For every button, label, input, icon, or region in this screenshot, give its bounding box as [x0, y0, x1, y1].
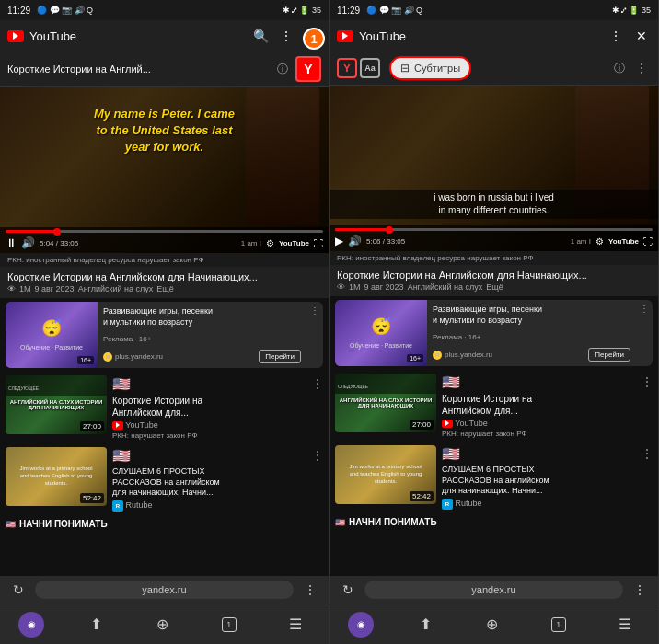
- tags-1: Английский на слух: [78, 284, 154, 293]
- list-thumb-2-1[interactable]: СЛЕДУЮЩЕЕ АНГЛИЙСКИЙ НА СЛУХ ИСТОРИИ ДЛЯ…: [335, 374, 436, 432]
- ad-more-icon-1[interactable]: ⋮: [306, 302, 323, 319]
- settings-icon-2[interactable]: ⚙: [595, 236, 604, 247]
- y-small-btn-2[interactable]: Y: [337, 58, 357, 78]
- status-icons-right-1: ✱ ⑇ 🔋 35: [283, 6, 321, 15]
- more-icon-2[interactable]: ⋮: [607, 27, 625, 45]
- list-thumb-2-2[interactable]: Jim works at a primary schooland teaches…: [335, 445, 436, 504]
- app-title-2: YouTube: [359, 29, 601, 43]
- a-small-btn-2[interactable]: Аа: [360, 58, 380, 78]
- new-tab-btn-2[interactable]: ⊕: [477, 610, 506, 639]
- nachni-label-1: НАЧНИ ПОНИМАТЬ: [19, 519, 108, 529]
- title-row-1: Короткие Истории на Англий... ⓘ Y: [0, 52, 329, 87]
- list-meta-1-2: 🇺🇸 СЛУШАЕМ 6 ПРОСТЫХ РАССКАЗОВ на англий…: [112, 447, 306, 512]
- more-icon-1[interactable]: ⋮: [277, 27, 295, 45]
- ad-content-1: Развивающие игры, песенки и мультики по …: [98, 302, 306, 368]
- channel-info-1: Короткие Истории на Английском для Начин…: [0, 267, 329, 298]
- views-icon-1: 👁: [7, 284, 16, 293]
- nachni-row-1: 🇺🇸 НАЧНИ ПОНИМАТЬ: [6, 519, 323, 529]
- ad-go-btn-2[interactable]: Перейти: [588, 348, 630, 362]
- am-i-label-2: 1 am I: [571, 237, 591, 246]
- refresh-icon-1[interactable]: ↻: [9, 581, 28, 599]
- channel-meta-1: 👁 1M 9 авг 2023 Английский на слух Ещё: [7, 284, 321, 293]
- yt-watermark-2: YouTube: [608, 237, 639, 246]
- new-tab-btn-1[interactable]: ⊕: [147, 610, 177, 639]
- status-battery-1: 35: [312, 6, 321, 15]
- views-count-2: 1M: [349, 282, 361, 292]
- more-video-icon-2[interactable]: ⋮: [632, 59, 651, 77]
- url-bar-2[interactable]: yandex.ru: [364, 581, 623, 599]
- ad-more-icon-2[interactable]: ⋮: [636, 300, 653, 317]
- list-item-1-1: СЛЕДУЮЩЕЕ АНГЛИЙСКИЙ НА СЛУХ ИСТОРИИ ДЛЯ…: [6, 375, 323, 440]
- list-thumb-1-1[interactable]: СЛЕДУЮЩЕЕ АНГЛИЙСКИЙ НА СЛУХ ИСТОРИИ ДЛЯ…: [6, 375, 107, 434]
- refresh-icon-2[interactable]: ↻: [339, 581, 357, 599]
- tabs-btn-2[interactable]: 1: [544, 610, 573, 639]
- list-more-icon-2-1[interactable]: ⋮: [642, 374, 653, 388]
- app-bar-2: YouTube ⋮ ✕: [330, 20, 658, 52]
- fullscreen-icon-2[interactable]: ⛶: [643, 236, 653, 247]
- menu-icon-1[interactable]: ⋮: [301, 581, 319, 599]
- video-subtitle-bottom-2: i was born in russia but i lived in many…: [330, 190, 658, 219]
- share-btn-2[interactable]: ⬆: [410, 610, 440, 639]
- p2-lang-buttons: Y Аа: [337, 58, 380, 78]
- info-icon-2[interactable]: ⓘ: [612, 61, 627, 76]
- app-title-1: YouTube: [29, 29, 246, 43]
- progress-bar-2[interactable]: [335, 228, 653, 231]
- list-thumb-1-2[interactable]: Jim works at a primary schooland teaches…: [6, 447, 107, 506]
- menu-icon-2[interactable]: ⋮: [630, 581, 649, 599]
- views-icon-2: 👁: [337, 282, 345, 292]
- ad-go-btn-1[interactable]: Перейти: [259, 350, 301, 363]
- close-icon-2[interactable]: ✕: [632, 27, 651, 45]
- video-area-2[interactable]: i was born in russia but i lived in many…: [330, 86, 658, 251]
- alice-btn-1[interactable]: ◉: [18, 612, 44, 638]
- channel-title-2: Короткие Истории на Английском для Начин…: [337, 270, 651, 281]
- status-battery-2: 35: [642, 6, 651, 15]
- yandex-logo-2: Я: [433, 351, 442, 360]
- settings-icon-1[interactable]: ⚙: [266, 238, 274, 248]
- hamburger-btn-1[interactable]: ☰: [281, 610, 310, 639]
- play-pause-icon-1[interactable]: ⏸: [6, 236, 17, 249]
- channel-title-1: Короткие Истории на Английском для Начин…: [7, 271, 321, 282]
- volume-icon-2[interactable]: 🔊: [348, 235, 362, 247]
- nachni-row-2: 🇺🇸 НАЧНИ ПОНИМАТЬ: [335, 517, 653, 527]
- nachni-label-2: НАЧНИ ПОНИМАТЬ: [349, 517, 437, 527]
- pkn-notice-1: РКН: иностранный владелец ресурса наруша…: [0, 253, 329, 267]
- video-area-1[interactable]: My name is Peter. I came to the United S…: [0, 87, 329, 253]
- share-btn-1[interactable]: ⬆: [81, 610, 110, 639]
- date-1: 9 авг 2023: [35, 284, 75, 293]
- bottom-nav-2: ◉ ⬆ ⊕ 1 ☰: [330, 604, 658, 644]
- subtitle-pill-2[interactable]: ⊟ Субтитры: [389, 56, 471, 80]
- ad-thumb-2: 😴 Обучение · Развитие 16+: [335, 300, 427, 366]
- status-bluetooth-2: ✱ ⑇ 🔋: [612, 6, 639, 15]
- list-more-icon-2-2[interactable]: ⋮: [642, 445, 653, 460]
- duration-2-2: 52:42: [410, 491, 434, 501]
- more-btn-2[interactable]: Ещё: [486, 282, 503, 292]
- time-display-1: 5:04 / 33:05: [40, 239, 237, 247]
- ad-thumb-text-1: 😴 Обучение · Развитие: [17, 315, 87, 355]
- more-btn-1[interactable]: Ещё: [156, 284, 173, 293]
- play-pause-icon-2[interactable]: ▶: [335, 235, 343, 247]
- ad-title-1: Развивающие игры, песенки и мультики по …: [103, 306, 301, 328]
- info-icon-1[interactable]: ⓘ: [275, 62, 290, 77]
- list-channel-1-2: R Rutube: [112, 500, 306, 512]
- progress-dot-2: [386, 226, 393, 234]
- app-bar-1: YouTube 🔍 ⋮ ✕: [0, 20, 329, 52]
- tabs-btn-1[interactable]: 1: [214, 610, 244, 639]
- browser-bar-2: ↻ yandex.ru ⋮: [330, 576, 658, 604]
- y-button-1[interactable]: Y: [295, 56, 321, 82]
- list-more-icon-1-2[interactable]: ⋮: [312, 447, 323, 462]
- hamburger-btn-2[interactable]: ☰: [610, 610, 640, 639]
- panel-2: 11:29 🔵 💬 📷 🔊 Q ✱ ⑇ 🔋 35 YouTube ⋮ ✕ 2 Y…: [330, 0, 659, 644]
- status-icons-right-2: ✱ ⑇ 🔋 35: [612, 6, 651, 15]
- search-icon-1[interactable]: 🔍: [251, 27, 270, 45]
- progress-fill-1: [6, 230, 53, 233]
- yandex-logo-1: Я: [103, 352, 112, 362]
- url-text-1: yandex.ru: [142, 584, 186, 595]
- subtitle-pill-text-2: Субтитры: [414, 63, 460, 74]
- url-bar-1[interactable]: yandex.ru: [35, 581, 294, 599]
- volume-icon-1[interactable]: 🔊: [21, 236, 35, 249]
- fullscreen-icon-1[interactable]: ⛶: [314, 238, 323, 248]
- list-more-icon-1-1[interactable]: ⋮: [312, 375, 323, 390]
- alice-btn-2[interactable]: ◉: [348, 612, 374, 638]
- progress-bar-1[interactable]: [6, 230, 323, 233]
- youtube-logo-2: [337, 30, 353, 42]
